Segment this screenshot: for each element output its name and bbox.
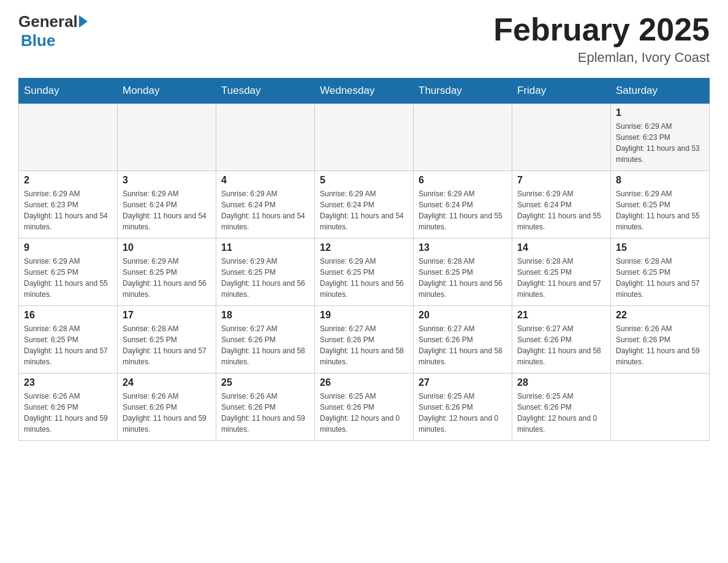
day-number: 21: [517, 310, 605, 321]
day-number: 17: [123, 310, 211, 321]
day-info: Sunrise: 6:29 AMSunset: 6:25 PMDaylight:…: [221, 256, 309, 300]
calendar-title: February 2025: [493, 12, 710, 47]
day-number: 5: [320, 175, 408, 186]
day-info: Sunrise: 6:26 AMSunset: 6:26 PMDaylight:…: [24, 391, 112, 435]
day-number: 28: [517, 377, 605, 388]
day-number: 16: [24, 310, 112, 321]
day-number: 2: [24, 175, 112, 186]
day-info: Sunrise: 6:27 AMSunset: 6:26 PMDaylight:…: [517, 323, 605, 367]
day-number: 20: [419, 310, 507, 321]
calendar-cell: 10Sunrise: 6:29 AMSunset: 6:25 PMDayligh…: [118, 239, 216, 306]
day-info: Sunrise: 6:29 AMSunset: 6:23 PMDaylight:…: [24, 188, 112, 232]
calendar-cell: 27Sunrise: 6:25 AMSunset: 6:26 PMDayligh…: [414, 373, 512, 441]
calendar-cell: 4Sunrise: 6:29 AMSunset: 6:24 PMDaylight…: [216, 171, 315, 239]
logo-arrow-icon: [79, 15, 88, 28]
calendar-location: Eplemlan, Ivory Coast: [493, 50, 710, 66]
calendar-cell: 7Sunrise: 6:29 AMSunset: 6:24 PMDaylight…: [512, 171, 611, 239]
logo-general-text: General: [18, 12, 78, 31]
day-info: Sunrise: 6:29 AMSunset: 6:24 PMDaylight:…: [123, 188, 211, 232]
day-number: 19: [320, 310, 408, 321]
day-info: Sunrise: 6:28 AMSunset: 6:25 PMDaylight:…: [123, 323, 211, 367]
day-info: Sunrise: 6:28 AMSunset: 6:25 PMDaylight:…: [616, 256, 704, 300]
day-number: 1: [616, 107, 704, 118]
day-info: Sunrise: 6:29 AMSunset: 6:24 PMDaylight:…: [517, 188, 605, 232]
calendar-cell: 16Sunrise: 6:28 AMSunset: 6:25 PMDayligh…: [19, 306, 118, 373]
calendar-cell: 13Sunrise: 6:28 AMSunset: 6:25 PMDayligh…: [414, 239, 512, 306]
logo-blue-text: Blue: [21, 31, 55, 50]
day-info: Sunrise: 6:25 AMSunset: 6:26 PMDaylight:…: [517, 391, 605, 435]
header-monday: Monday: [118, 79, 216, 104]
day-number: 6: [419, 175, 507, 186]
day-number: 27: [419, 377, 507, 388]
day-info: Sunrise: 6:26 AMSunset: 6:26 PMDaylight:…: [123, 391, 211, 435]
week-row-5: 23Sunrise: 6:26 AMSunset: 6:26 PMDayligh…: [19, 373, 710, 441]
day-number: 14: [517, 242, 605, 253]
calendar-cell: 1Sunrise: 6:29 AMSunset: 6:23 PMDaylight…: [611, 104, 710, 171]
day-number: 7: [517, 175, 605, 186]
day-number: 11: [221, 242, 309, 253]
day-number: 25: [221, 377, 309, 388]
calendar-cell: 23Sunrise: 6:26 AMSunset: 6:26 PMDayligh…: [19, 373, 118, 441]
day-number: 13: [419, 242, 507, 253]
logo-blue-part: [78, 17, 88, 28]
day-info: Sunrise: 6:25 AMSunset: 6:26 PMDaylight:…: [419, 391, 507, 435]
calendar-cell: 25Sunrise: 6:26 AMSunset: 6:26 PMDayligh…: [216, 373, 315, 441]
page-header: General Blue February 2025 Eplemlan, Ivo…: [18, 12, 710, 66]
title-block: February 2025 Eplemlan, Ivory Coast: [493, 12, 710, 66]
header-thursday: Thursday: [414, 79, 512, 104]
day-number: 8: [616, 175, 704, 186]
week-row-3: 9Sunrise: 6:29 AMSunset: 6:25 PMDaylight…: [19, 239, 710, 306]
header-sunday: Sunday: [19, 79, 118, 104]
calendar-cell: 21Sunrise: 6:27 AMSunset: 6:26 PMDayligh…: [512, 306, 611, 373]
day-number: 23: [24, 377, 112, 388]
day-info: Sunrise: 6:29 AMSunset: 6:24 PMDaylight:…: [320, 188, 408, 232]
week-row-4: 16Sunrise: 6:28 AMSunset: 6:25 PMDayligh…: [19, 306, 710, 373]
calendar-cell: 6Sunrise: 6:29 AMSunset: 6:24 PMDaylight…: [414, 171, 512, 239]
day-info: Sunrise: 6:29 AMSunset: 6:24 PMDaylight:…: [419, 188, 507, 232]
day-number: 22: [616, 310, 704, 321]
weekday-header-row: Sunday Monday Tuesday Wednesday Thursday…: [19, 79, 710, 104]
day-info: Sunrise: 6:29 AMSunset: 6:25 PMDaylight:…: [123, 256, 211, 300]
day-info: Sunrise: 6:26 AMSunset: 6:26 PMDaylight:…: [221, 391, 309, 435]
day-info: Sunrise: 6:29 AMSunset: 6:25 PMDaylight:…: [24, 256, 112, 300]
calendar-cell: [19, 104, 118, 171]
day-info: Sunrise: 6:29 AMSunset: 6:25 PMDaylight:…: [320, 256, 408, 300]
calendar-cell: [414, 104, 512, 171]
calendar-cell: [611, 373, 710, 441]
day-info: Sunrise: 6:29 AMSunset: 6:24 PMDaylight:…: [221, 188, 309, 232]
day-info: Sunrise: 6:27 AMSunset: 6:26 PMDaylight:…: [419, 323, 507, 367]
day-number: 3: [123, 175, 211, 186]
calendar-cell: 24Sunrise: 6:26 AMSunset: 6:26 PMDayligh…: [118, 373, 216, 441]
day-info: Sunrise: 6:28 AMSunset: 6:25 PMDaylight:…: [517, 256, 605, 300]
calendar-table: Sunday Monday Tuesday Wednesday Thursday…: [18, 78, 710, 441]
calendar-cell: 11Sunrise: 6:29 AMSunset: 6:25 PMDayligh…: [216, 239, 315, 306]
day-number: 26: [320, 377, 408, 388]
calendar-cell: 14Sunrise: 6:28 AMSunset: 6:25 PMDayligh…: [512, 239, 611, 306]
calendar-cell: [512, 104, 611, 171]
header-saturday: Saturday: [611, 79, 710, 104]
day-number: 12: [320, 242, 408, 253]
day-info: Sunrise: 6:29 AMSunset: 6:25 PMDaylight:…: [616, 188, 704, 232]
calendar-cell: 17Sunrise: 6:28 AMSunset: 6:25 PMDayligh…: [118, 306, 216, 373]
week-row-1: 1Sunrise: 6:29 AMSunset: 6:23 PMDaylight…: [19, 104, 710, 171]
calendar-cell: [216, 104, 315, 171]
day-info: Sunrise: 6:28 AMSunset: 6:25 PMDaylight:…: [24, 323, 112, 367]
calendar-cell: 28Sunrise: 6:25 AMSunset: 6:26 PMDayligh…: [512, 373, 611, 441]
day-info: Sunrise: 6:26 AMSunset: 6:26 PMDaylight:…: [616, 323, 704, 367]
calendar-cell: 20Sunrise: 6:27 AMSunset: 6:26 PMDayligh…: [414, 306, 512, 373]
header-wednesday: Wednesday: [315, 79, 414, 104]
calendar-cell: 8Sunrise: 6:29 AMSunset: 6:25 PMDaylight…: [611, 171, 710, 239]
week-row-2: 2Sunrise: 6:29 AMSunset: 6:23 PMDaylight…: [19, 171, 710, 239]
calendar-cell: 9Sunrise: 6:29 AMSunset: 6:25 PMDaylight…: [19, 239, 118, 306]
logo: General Blue: [18, 12, 88, 50]
calendar-cell: 26Sunrise: 6:25 AMSunset: 6:26 PMDayligh…: [315, 373, 414, 441]
calendar-cell: 15Sunrise: 6:28 AMSunset: 6:25 PMDayligh…: [611, 239, 710, 306]
header-friday: Friday: [512, 79, 611, 104]
day-number: 10: [123, 242, 211, 253]
day-number: 24: [123, 377, 211, 388]
calendar-cell: [315, 104, 414, 171]
day-number: 9: [24, 242, 112, 253]
calendar-cell: 5Sunrise: 6:29 AMSunset: 6:24 PMDaylight…: [315, 171, 414, 239]
day-number: 15: [616, 242, 704, 253]
calendar-cell: [118, 104, 216, 171]
